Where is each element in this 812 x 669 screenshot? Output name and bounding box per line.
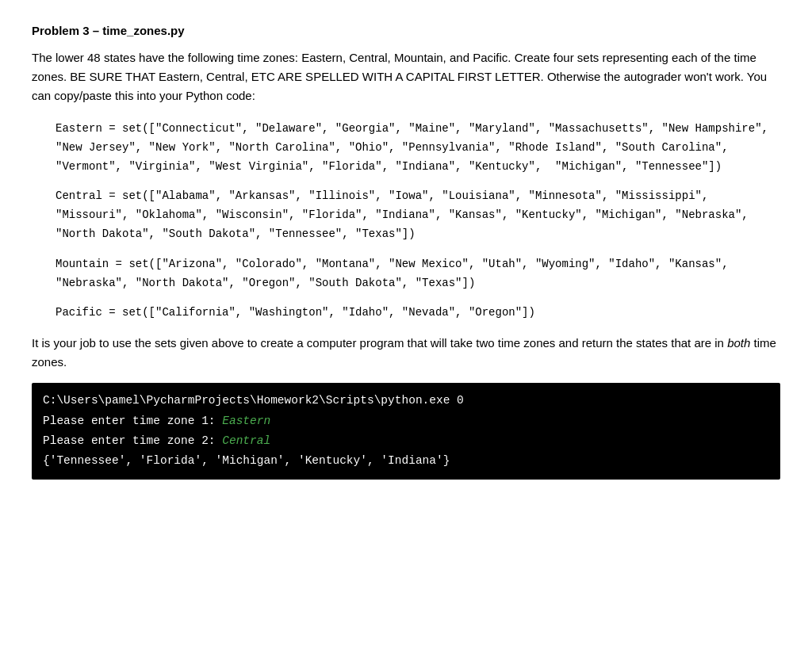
terminal-result-line: {'Tennessee', 'Florida', 'Michigan', 'Ke… xyxy=(43,451,769,471)
terminal-path-line: C:\Users\pamel\PycharmProjects\Homework2… xyxy=(43,391,769,411)
terminal-block: C:\Users\pamel\PycharmProjects\Homework2… xyxy=(32,383,780,480)
terminal-prompt2-label: Please enter time zone 2: xyxy=(43,434,222,447)
terminal-prompt2-input: Central xyxy=(222,434,270,447)
mountain-code-block: Mountain = set(["Arizona", "Colorado", "… xyxy=(56,255,780,293)
pacific-code-block: Pacific = set(["California", "Washington… xyxy=(56,304,780,323)
central-code-block: Central = set(["Alabama", "Arkansas", "I… xyxy=(56,187,780,243)
terminal-prompt1-label: Please enter time zone 1: xyxy=(43,415,222,427)
intro-text: The lower 48 states have the following t… xyxy=(32,48,780,105)
terminal-prompt-1: Please enter time zone 1: Eastern xyxy=(43,411,769,431)
terminal-prompt-2: Please enter time zone 2: Central xyxy=(43,431,769,451)
terminal-prompt1-input: Eastern xyxy=(222,415,270,427)
eastern-code-block: Eastern = set(["Connecticut", "Delaware"… xyxy=(56,120,780,176)
description-text: It is your job to use the sets given abo… xyxy=(32,334,780,372)
problem-title: Problem 3 – time_zones.py xyxy=(32,24,780,37)
